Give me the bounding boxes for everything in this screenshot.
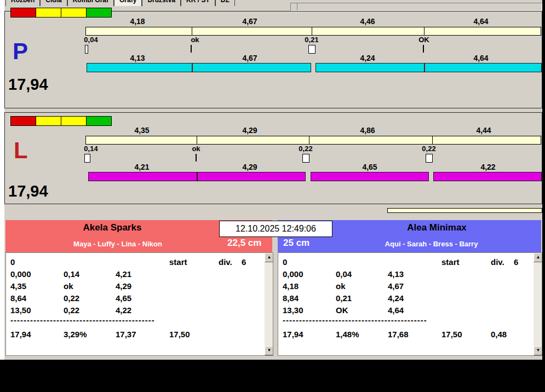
table-cell: 0,22 — [64, 293, 79, 303]
total-time: 17,94 — [10, 330, 31, 339]
panel-l-letter: L — [14, 139, 28, 162]
header-div-label: div. — [219, 257, 232, 267]
team-left-members: Maya - Luffy - Lina - Nikon — [5, 240, 230, 248]
header-zero: 0 — [10, 257, 15, 267]
p-mark-1 — [85, 45, 88, 54]
l-top-split-3: 4,86 — [351, 126, 384, 135]
tab-strip: Rozběh Čidla Kombi Graf Grafy Družstva K… — [1, 0, 289, 6]
total-diff: 0,48 — [491, 330, 507, 339]
l-reference-bar — [85, 136, 541, 145]
table-separator: ----------------------------------------… — [283, 315, 427, 325]
p-mark-2 — [191, 45, 192, 53]
table-cell: ok — [64, 281, 73, 291]
p-run-bar-segment-2 — [315, 63, 542, 72]
table-cell: 8,84 — [283, 293, 299, 303]
p-ref-tick-3 — [424, 27, 424, 35]
team-right-height: 25 cm — [283, 238, 327, 249]
table-cell: 0,000 — [10, 269, 31, 279]
table-cell: 4,13 — [388, 269, 404, 279]
total-ref: 17,50 — [441, 330, 462, 339]
l-bottom-split-3: 4,65 — [353, 163, 386, 171]
tab-kombi-graf[interactable]: Kombi Graf — [67, 0, 114, 6]
header-div-value: 6 — [242, 257, 246, 267]
p-bottom-split-2: 4,67 — [233, 54, 266, 62]
total-ref: 17,50 — [169, 330, 190, 339]
legend-yellow-swatch — [36, 116, 61, 126]
p-run-tick-2 — [424, 64, 425, 72]
tab-rozbeh[interactable]: Rozběh — [5, 0, 40, 6]
tab-grafy[interactable]: Grafy — [114, 0, 142, 6]
p-top-split-2: 4,67 — [233, 17, 266, 26]
team-left-results-table: 0 start div. 6 0,000 0,14 4,21 4,35 ok 4… — [5, 252, 273, 356]
tab-cidla[interactable]: Čidla — [40, 0, 67, 6]
scroll-down-icon[interactable]: ▼ — [265, 346, 273, 355]
p-top-split-3: 4,46 — [351, 17, 384, 26]
legend-yellow2-swatch — [61, 116, 87, 126]
legend-yellow-swatch — [36, 8, 61, 18]
table-separator: ----------------------------------------… — [10, 315, 155, 325]
p-ref-tick-2 — [312, 27, 312, 35]
table-cell: 0,21 — [336, 293, 352, 303]
l-change-2: ok — [184, 145, 208, 153]
header-div-value: 6 — [514, 257, 518, 267]
table-cell: 4,29 — [116, 281, 131, 291]
total-net: 17,68 — [388, 330, 409, 339]
tab-druzstva[interactable]: Družstva — [142, 0, 181, 6]
p-bottom-split-1: 4,13 — [121, 54, 154, 62]
header-start: start — [441, 257, 460, 267]
status-legend-l — [10, 116, 112, 126]
team-right-members: Aqui - Sarah - Bress - Barry — [322, 240, 541, 248]
total-net: 17,37 — [116, 330, 136, 339]
top-scrollbar-thumb[interactable] — [291, 3, 297, 10]
total-percent: 1,48% — [336, 330, 359, 339]
l-bottom-split-2: 4,29 — [233, 163, 266, 171]
scroll-up-icon[interactable]: ▲ — [265, 253, 273, 262]
team-right-results-table: 0 start div. 6 0,000 0,04 4,13 4,18 ok 4… — [278, 252, 542, 356]
table-cell: 13,30 — [283, 305, 303, 315]
p-bottom-split-4: 4,64 — [464, 54, 497, 62]
l-change-4: 0,22 — [417, 145, 441, 153]
p-change-2: ok — [183, 36, 207, 44]
team-right-name: Alea Minimax — [332, 222, 541, 233]
panel-p: 4,18 4,67 4,46 4,64 0,04 ok 0,21 OK 4,13… — [4, 11, 542, 108]
scroll-down-icon[interactable]: ▼ — [533, 346, 542, 355]
header-start: start — [169, 257, 187, 267]
team-left-height: 22,5 cm — [227, 238, 271, 249]
l-mark-1 — [84, 154, 90, 163]
p-run-bar-segment-1 — [87, 63, 311, 72]
p-mark-3 — [308, 45, 315, 54]
table-cell: 0,22 — [64, 305, 79, 315]
table-cell: 4,24 — [388, 293, 404, 303]
table-cell: ok — [336, 281, 346, 291]
p-top-split-1: 4,18 — [121, 17, 154, 26]
legend-green-swatch — [87, 8, 112, 18]
top-horizontal-scrollbar[interactable] — [290, 3, 542, 11]
table-cell: 4,22 — [116, 305, 131, 315]
l-bottom-split-4: 4,22 — [472, 163, 504, 171]
l-ref-tick-2 — [309, 136, 309, 144]
p-run-tick-1 — [192, 64, 193, 72]
table-cell: 0,04 — [336, 269, 352, 279]
table-cell: 0,14 — [64, 269, 79, 279]
header-zero: 0 — [283, 257, 287, 267]
l-top-split-4: 4,44 — [467, 126, 500, 135]
team-left-name: Akela Sparks — [5, 222, 219, 233]
panel-l-total-time: 17,94 — [8, 183, 48, 199]
right-table-scrollbar[interactable]: ▲ ▼ — [533, 253, 542, 355]
table-cell: 4,18 — [283, 281, 299, 291]
total-percent: 3,29% — [64, 330, 87, 339]
table-cell: 4,21 — [116, 269, 131, 279]
p-change-1: 0,04 — [79, 36, 103, 44]
l-run-bar-segment-2 — [311, 172, 429, 181]
table-cell: OK — [336, 305, 348, 315]
tab-kr-st[interactable]: KR / ST — [181, 0, 215, 6]
left-table-scrollbar[interactable]: ▲ ▼ — [265, 253, 273, 355]
tab-dz[interactable]: DZ — [215, 0, 235, 6]
l-mark-2 — [196, 154, 197, 162]
p-mark-4 — [423, 45, 424, 53]
p-reference-bar — [85, 27, 541, 36]
panel-p-total-time: 17,94 — [8, 76, 48, 93]
scroll-up-icon[interactable]: ▲ — [533, 253, 542, 262]
p-bottom-split-3: 4,24 — [351, 54, 384, 62]
table-cell: 4,65 — [116, 293, 131, 303]
